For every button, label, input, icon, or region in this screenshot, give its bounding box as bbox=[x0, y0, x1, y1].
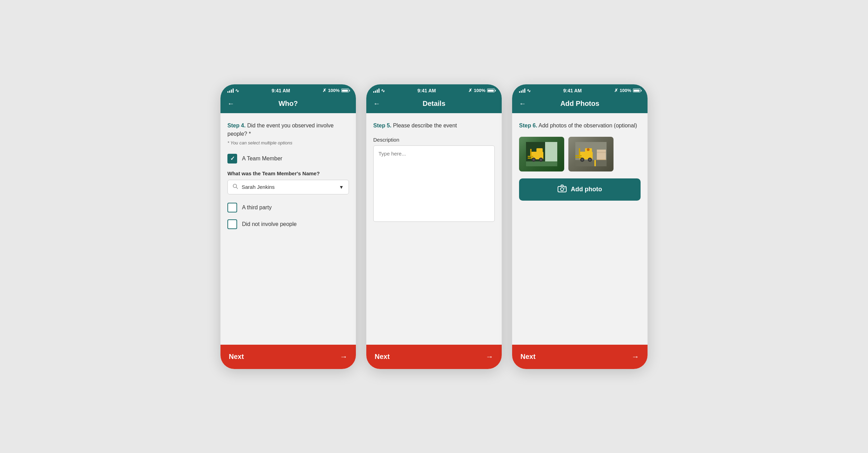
next-label-3: Next bbox=[520, 353, 535, 361]
next-button-1[interactable]: Next → bbox=[220, 345, 356, 369]
battery-1 bbox=[341, 89, 349, 92]
header-2: ← Details bbox=[366, 95, 502, 113]
status-bar-2: ∿ 9:41 AM ✗ 100% bbox=[366, 84, 502, 95]
wifi-icon-3: ∿ bbox=[527, 88, 531, 93]
status-right-1: ✗ 100% bbox=[323, 88, 349, 93]
battery-2 bbox=[487, 89, 495, 92]
status-bar-1: ∿ 9:41 AM ✗ 100% bbox=[220, 84, 356, 95]
svg-point-34 bbox=[565, 187, 566, 188]
checkbox-third-party[interactable]: A third party bbox=[227, 203, 349, 212]
status-right-3: ✗ 100% bbox=[614, 88, 641, 93]
svg-point-14 bbox=[540, 159, 542, 161]
header-title-1: Who? bbox=[240, 100, 336, 108]
battery-body-3 bbox=[633, 89, 641, 92]
next-label-1: Next bbox=[229, 353, 244, 361]
svg-point-29 bbox=[581, 159, 583, 161]
description-input[interactable] bbox=[373, 145, 495, 222]
name-value: Sarah Jenkins bbox=[242, 184, 335, 190]
step-number-3: Step 6. bbox=[519, 123, 537, 128]
battery-fill-2 bbox=[488, 90, 494, 92]
svg-rect-25 bbox=[575, 155, 582, 156]
status-right-2: ✗ 100% bbox=[468, 88, 495, 93]
forklift-svg-1 bbox=[526, 142, 557, 166]
svg-rect-26 bbox=[575, 157, 582, 158]
svg-rect-17 bbox=[594, 160, 596, 166]
phone-screen-1: ∿ 9:41 AM ✗ 100% ← Who? Step 4. Did the … bbox=[220, 84, 356, 369]
checkbox-icon-team-member: ✓ bbox=[227, 154, 237, 163]
back-button-2[interactable]: ← bbox=[373, 100, 380, 108]
content-1: Step 4. Did the event you observed invol… bbox=[220, 113, 356, 345]
next-arrow-2: → bbox=[486, 352, 493, 361]
signal-bars-3 bbox=[519, 89, 525, 93]
bluetooth-icon-1: ✗ bbox=[323, 88, 326, 93]
forklift-image-2 bbox=[568, 137, 614, 171]
checkbox-team-member[interactable]: ✓ A Team Member bbox=[227, 154, 349, 163]
battery-body-1 bbox=[341, 89, 349, 92]
step-desc-3: Add photos of the observation (optional) bbox=[537, 123, 637, 128]
svg-rect-2 bbox=[526, 161, 557, 166]
next-button-2[interactable]: Next → bbox=[366, 345, 502, 369]
svg-point-33 bbox=[561, 187, 564, 191]
phone-screen-3: ∿ 9:41 AM ✗ 100% ← Add Photos Step 6. Ad… bbox=[512, 84, 648, 369]
photos-grid bbox=[519, 137, 641, 171]
back-button-3[interactable]: ← bbox=[519, 100, 526, 108]
checkbox-label-third-party: A third party bbox=[242, 204, 272, 211]
battery-label-3: 100% bbox=[620, 88, 631, 93]
battery-label-2: 100% bbox=[474, 88, 485, 93]
status-bar-3: ∿ 9:41 AM ✗ 100% bbox=[512, 84, 648, 95]
photo-thumb-2[interactable] bbox=[568, 137, 614, 171]
next-button-3[interactable]: Next → bbox=[512, 345, 648, 369]
status-time-1: 9:41 AM bbox=[272, 88, 290, 93]
step-number-1: Step 4. bbox=[227, 123, 245, 128]
svg-point-12 bbox=[533, 159, 535, 161]
add-photo-label: Add photo bbox=[571, 186, 602, 193]
status-left-1: ∿ bbox=[227, 88, 239, 93]
phone-screen-2: ∿ 9:41 AM ✗ 100% ← Details Step 5. Pleas… bbox=[366, 84, 502, 369]
status-time-3: 9:41 AM bbox=[563, 88, 582, 93]
name-dropdown[interactable]: Sarah Jenkins ▼ bbox=[227, 180, 349, 194]
svg-rect-21 bbox=[597, 150, 606, 159]
svg-rect-7 bbox=[536, 148, 543, 154]
field-label-name: What was the Team Member's Name? bbox=[227, 170, 349, 176]
status-left-3: ∿ bbox=[519, 88, 531, 93]
svg-point-31 bbox=[589, 159, 591, 161]
step-number-2: Step 5. bbox=[373, 123, 391, 128]
checkmark-team-member: ✓ bbox=[230, 155, 235, 162]
checkbox-icon-no-people bbox=[227, 219, 237, 229]
svg-rect-32 bbox=[558, 186, 566, 192]
wifi-icon-2: ∿ bbox=[381, 88, 385, 93]
status-left-2: ∿ bbox=[373, 88, 385, 93]
svg-rect-10 bbox=[530, 149, 532, 157]
checkbox-no-people[interactable]: Did not involve people bbox=[227, 219, 349, 229]
battery-fill-1 bbox=[342, 90, 348, 92]
next-arrow-3: → bbox=[632, 352, 639, 361]
bluetooth-icon-3: ✗ bbox=[614, 88, 618, 93]
forklift-image-1 bbox=[519, 137, 564, 171]
checkbox-label-team-member: A Team Member bbox=[242, 156, 282, 162]
step-desc-2: Please describe the event bbox=[391, 123, 457, 128]
step-text-2: Step 5. Please describe the event bbox=[373, 121, 495, 130]
signal-bars-1 bbox=[227, 89, 234, 93]
chevron-down-icon: ▼ bbox=[339, 184, 344, 190]
checkbox-icon-third-party bbox=[227, 203, 237, 212]
wifi-icon-1: ∿ bbox=[235, 88, 239, 93]
photo-thumb-1[interactable] bbox=[519, 137, 564, 171]
next-arrow-1: → bbox=[340, 352, 348, 361]
battery-3 bbox=[633, 89, 641, 92]
back-button-1[interactable]: ← bbox=[227, 100, 234, 108]
battery-label-1: 100% bbox=[328, 88, 340, 93]
screens-container: ∿ 9:41 AM ✗ 100% ← Who? Step 4. Did the … bbox=[220, 84, 648, 369]
camera-icon bbox=[558, 185, 567, 194]
svg-rect-27 bbox=[579, 148, 580, 157]
header-title-3: Add Photos bbox=[532, 100, 628, 108]
signal-bars-2 bbox=[373, 89, 379, 93]
forklift-svg-2 bbox=[575, 142, 607, 166]
content-2: Step 5. Please describe the event Descri… bbox=[366, 113, 502, 345]
svg-point-24 bbox=[587, 148, 590, 151]
step-text-1: Step 4. Did the event you observed invol… bbox=[227, 121, 349, 138]
header-1: ← Who? bbox=[220, 95, 356, 113]
battery-body-2 bbox=[487, 89, 495, 92]
status-time-2: 9:41 AM bbox=[417, 88, 436, 93]
add-photo-button[interactable]: Add photo bbox=[519, 178, 641, 201]
bluetooth-icon-2: ✗ bbox=[468, 88, 472, 93]
